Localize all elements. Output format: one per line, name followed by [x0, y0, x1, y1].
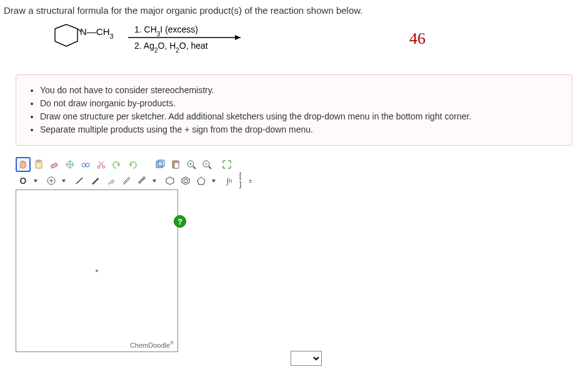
expand-icon [222, 159, 232, 169]
integral-n: n [229, 178, 232, 184]
svg-text:2. Ag2O, H2O, heat: 2. Ag2O, H2O, heat [134, 41, 208, 54]
svg-marker-0 [55, 24, 77, 46]
clipboard-tool[interactable] [31, 157, 46, 172]
hash-bond-icon [106, 176, 116, 186]
sketcher-canvas[interactable]: ? ChemDoodle® [16, 189, 178, 352]
reagent1b: I (excess) [160, 24, 198, 34]
svg-line-36 [76, 178, 82, 184]
expand-tool[interactable] [219, 157, 234, 172]
crosshair-tool[interactable] [62, 157, 77, 172]
zoom-in-tool[interactable] [184, 157, 199, 172]
svg-point-17 [102, 166, 105, 168]
bracket-label: [ ] [238, 172, 249, 189]
copy-image-tool[interactable] [152, 157, 167, 172]
svg-text:1. CH3I  (excess): 1. CH3I (excess) [134, 24, 198, 38]
svg-marker-37 [92, 178, 99, 184]
svg-marker-20 [117, 163, 119, 167]
svg-line-38 [108, 183, 109, 184]
instruction-item: Draw one structure per sketcher. Add add… [40, 110, 561, 123]
toolbar-row-1 [16, 157, 572, 172]
erase-tool[interactable] [47, 157, 62, 172]
svg-rect-25 [174, 163, 179, 168]
svg-rect-9 [51, 163, 57, 168]
pentagon-icon [196, 176, 206, 186]
triple-bond-icon [137, 176, 147, 186]
svg-line-41 [112, 179, 114, 182]
cyclopentane-tool[interactable] [194, 173, 209, 188]
chemdoodle-brand: ChemDoodle® [130, 340, 174, 349]
charge-dropdown[interactable] [59, 173, 67, 188]
svg-marker-47 [166, 177, 174, 184]
add-sketcher-dropdown[interactable] [291, 351, 322, 366]
svg-line-40 [111, 181, 113, 183]
double-bond-tool[interactable] [119, 173, 134, 188]
caret-icon [212, 179, 216, 183]
reagent2a: 2. Ag [134, 41, 154, 51]
toolbar-row-2: O [16, 173, 572, 188]
integral-tool[interactable]: ∫n [222, 173, 237, 188]
charge-icon [46, 176, 56, 186]
ring-dropdown[interactable] [209, 173, 217, 188]
svg-line-18 [99, 161, 104, 166]
triple-bond-tool[interactable] [134, 173, 149, 188]
svg-line-39 [109, 182, 111, 184]
svg-point-13 [82, 163, 86, 167]
caret-icon [152, 179, 156, 183]
reactant-sub: 3 [110, 33, 114, 40]
benzene-tool[interactable] [178, 173, 193, 188]
single-bond-tool[interactable] [72, 173, 87, 188]
reaction-scheme: N—CH3 1. CH3I (excess) 2. Ag2O, H2O, hea… [0, 18, 588, 68]
reaction-svg: N—CH3 1. CH3I (excess) 2. Ag2O, H2O, hea… [44, 21, 281, 59]
instruction-item: Separate multiple products using the + s… [40, 123, 561, 136]
svg-marker-21 [130, 163, 132, 167]
svg-text:N—CH3: N—CH3 [80, 26, 114, 40]
svg-line-19 [99, 161, 103, 166]
caret-icon [62, 179, 66, 183]
bracket-tool[interactable]: [ ]± [237, 173, 252, 188]
view-tool[interactable] [78, 157, 93, 172]
paste-tool[interactable] [168, 157, 183, 172]
atom-dropdown[interactable] [31, 173, 39, 188]
crosshair-icon [65, 159, 75, 169]
paste-icon [171, 159, 181, 169]
reagent1a: 1. CH [134, 24, 157, 34]
charge-tool[interactable] [44, 173, 59, 188]
eraser-icon [49, 159, 59, 169]
cyclohexane-tool[interactable] [162, 173, 177, 188]
undo-icon [112, 159, 122, 169]
cut-tool[interactable] [94, 157, 109, 172]
handwritten-annotation: 46 [409, 29, 426, 48]
double-bond-icon [121, 176, 131, 186]
move-tool[interactable] [16, 157, 31, 172]
reactant-n: N—CH [80, 26, 110, 37]
svg-marker-48 [182, 177, 189, 184]
clipboard-icon [34, 159, 44, 169]
svg-point-14 [86, 163, 89, 167]
svg-marker-50 [197, 177, 205, 184]
svg-point-16 [97, 166, 100, 168]
hash-bond-tool[interactable] [103, 173, 118, 188]
svg-line-46 [139, 177, 145, 183]
undo-tool[interactable] [109, 157, 124, 172]
svg-line-31 [209, 166, 211, 169]
redo-tool[interactable] [125, 157, 140, 172]
glasses-icon [81, 159, 91, 169]
instruction-item: Do not draw inorganic by-products. [40, 97, 561, 110]
help-button[interactable]: ? [174, 215, 186, 228]
hexagon-icon [165, 176, 175, 186]
svg-marker-4 [235, 35, 241, 40]
zoom-out-icon [202, 159, 212, 169]
add-sketcher-select[interactable] [291, 351, 322, 366]
svg-rect-8 [37, 160, 41, 162]
atom-selector[interactable]: O [16, 173, 31, 188]
scissors-icon [96, 159, 106, 169]
single-bond-icon [74, 176, 84, 186]
wedge-bond-tool[interactable] [87, 173, 102, 188]
benzene-icon [181, 176, 191, 186]
zoom-out-tool[interactable] [199, 157, 214, 172]
question-prompt: Draw a structural formula for the major … [0, 0, 588, 18]
bond-dropdown[interactable] [150, 173, 157, 188]
sketcher-widget: O [16, 157, 572, 352]
instruction-item: You do not have to consider stereochemis… [40, 84, 561, 97]
image-clip-icon [155, 159, 165, 169]
